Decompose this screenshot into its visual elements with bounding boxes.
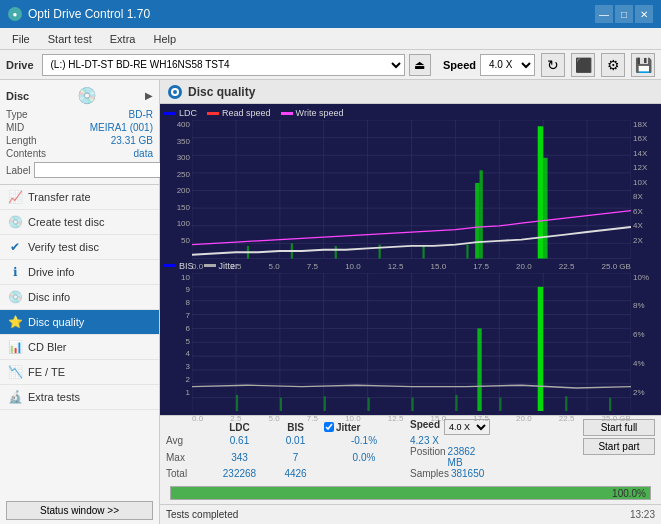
speed-select[interactable]: 4.0 X 2.0 X 8.0 X bbox=[480, 54, 535, 76]
svg-point-1 bbox=[173, 90, 177, 94]
menu-help[interactable]: Help bbox=[145, 31, 184, 47]
avg-ldc: 0.61 bbox=[212, 435, 267, 446]
disc-contents-field: Contents data bbox=[6, 148, 153, 159]
drive-info-icon: ℹ bbox=[8, 265, 22, 279]
disc-mid-field: MID MEIRA1 (001) bbox=[6, 122, 153, 133]
disc-label-row: Label 🔍 bbox=[6, 162, 153, 178]
write-speed-legend: Write speed bbox=[281, 108, 344, 118]
progress-bar-fill bbox=[171, 487, 650, 499]
status-window-button[interactable]: Status window >> bbox=[6, 501, 153, 520]
max-ldc: 343 bbox=[212, 452, 267, 463]
progress-bar: 100.0% bbox=[170, 486, 651, 500]
svg-rect-25 bbox=[475, 183, 479, 259]
bottom-chart: 10 9 8 7 6 5 4 3 2 1 bbox=[164, 273, 657, 412]
svg-rect-29 bbox=[335, 246, 337, 259]
stats-bar: LDC BIS Jitter Speed 4.0 X bbox=[160, 415, 661, 482]
stats-avg-row: Avg 0.61 0.01 -0.1% 4.23 X bbox=[166, 435, 579, 446]
menu-start-test[interactable]: Start test bbox=[40, 31, 100, 47]
bottom-y-axis-right: 10% 8% 6% 4% 2% bbox=[631, 273, 657, 412]
cd-bler-icon: 📊 bbox=[8, 340, 22, 354]
max-bis: 7 bbox=[273, 452, 318, 463]
disc-label-input[interactable] bbox=[34, 162, 167, 178]
minimize-button[interactable]: — bbox=[595, 5, 613, 23]
sidebar: Disc 💿 ▶ Type BD-R MID MEIRA1 (001) Leng… bbox=[0, 80, 160, 524]
save-button[interactable]: 💾 bbox=[631, 53, 655, 77]
nav-disc-quality-label: Disc quality bbox=[28, 316, 84, 328]
bottom-chart-legend: BIS Jitter bbox=[164, 261, 657, 271]
bis-legend: BIS bbox=[164, 261, 194, 271]
eject-button[interactable]: ⏏ bbox=[409, 54, 431, 76]
stats-max-row: Max 343 7 0.0% Position 23862 MB bbox=[166, 446, 579, 468]
app-icon: ● bbox=[8, 7, 22, 21]
stop-button[interactable]: ⬛ bbox=[571, 53, 595, 77]
top-y-axis-left: 400 350 300 250 200 150 100 50 bbox=[164, 120, 192, 259]
nav-items: 📈 Transfer rate 💿 Create test disc ✔ Ver… bbox=[0, 185, 159, 497]
verify-test-disc-icon: ✔ bbox=[8, 240, 22, 254]
nav-create-test-disc[interactable]: 💿 Create test disc bbox=[0, 210, 159, 235]
start-part-button[interactable]: Start part bbox=[583, 438, 655, 455]
jitter-checkbox[interactable] bbox=[324, 422, 334, 432]
top-y-axis-right: 18X 16X 14X 12X 10X 8X 6X 4X 2X bbox=[631, 120, 657, 259]
menu-file[interactable]: File bbox=[4, 31, 38, 47]
top-chart-container: LDC Read speed Write speed 400 bbox=[164, 108, 657, 259]
bottom-x-axis: 0.0 2.5 5.0 7.5 10.0 12.5 15.0 17.5 20.0… bbox=[192, 414, 631, 423]
status-text: Tests completed bbox=[166, 509, 238, 520]
nav-disc-info-label: Disc info bbox=[28, 291, 70, 303]
svg-rect-60 bbox=[324, 396, 326, 411]
settings-button[interactable]: ⚙ bbox=[601, 53, 625, 77]
read-speed-legend: Read speed bbox=[207, 108, 271, 118]
fe-te-icon: 📉 bbox=[8, 365, 22, 379]
nav-cd-bler[interactable]: 📊 CD Bler bbox=[0, 335, 159, 360]
read-speed-legend-label: Read speed bbox=[222, 108, 271, 118]
nav-disc-info[interactable]: 💿 Disc info bbox=[0, 285, 159, 310]
nav-create-test-disc-label: Create test disc bbox=[28, 216, 104, 228]
jitter-legend-label: Jitter bbox=[219, 261, 239, 271]
refresh-button[interactable]: ↻ bbox=[541, 53, 565, 77]
nav-verify-test-disc-label: Verify test disc bbox=[28, 241, 99, 253]
read-speed-legend-color bbox=[207, 112, 219, 115]
transfer-rate-icon: 📈 bbox=[8, 190, 22, 204]
menu-extra[interactable]: Extra bbox=[102, 31, 144, 47]
titlebar: ● Opti Drive Control 1.70 — □ ✕ bbox=[0, 0, 661, 28]
maximize-button[interactable]: □ bbox=[615, 5, 633, 23]
jitter-legend-color bbox=[204, 264, 216, 267]
disc-length-field: Length 23.31 GB bbox=[6, 135, 153, 146]
nav-disc-quality[interactable]: ⭐ Disc quality bbox=[0, 310, 159, 335]
jitter-col-header: Jitter bbox=[336, 422, 360, 433]
top-chart-svg bbox=[192, 120, 631, 259]
disc-panel: Disc 💿 ▶ Type BD-R MID MEIRA1 (001) Leng… bbox=[0, 80, 159, 185]
disc-mid-value: MEIRA1 (001) bbox=[90, 122, 153, 133]
drive-select[interactable]: (L:) HL-DT-ST BD-RE WH16NS58 TST4 bbox=[42, 54, 405, 76]
nav-fe-te[interactable]: 📉 FE / TE bbox=[0, 360, 159, 385]
svg-rect-32 bbox=[466, 245, 468, 259]
write-speed-legend-color bbox=[281, 112, 293, 115]
bottom-chart-inner: 0.0 2.5 5.0 7.5 10.0 12.5 15.0 17.5 20.0… bbox=[192, 273, 631, 412]
samples-label: Samples bbox=[410, 468, 449, 479]
close-button[interactable]: ✕ bbox=[635, 5, 653, 23]
nav-drive-info[interactable]: ℹ Drive info bbox=[0, 260, 159, 285]
ldc-legend-color bbox=[164, 112, 176, 115]
disc-type-field: Type BD-R bbox=[6, 109, 153, 120]
progress-container: 100.0% bbox=[160, 482, 661, 504]
disc-quality-icon: ⭐ bbox=[8, 315, 22, 329]
nav-transfer-rate[interactable]: 📈 Transfer rate bbox=[0, 185, 159, 210]
main-content: Disc 💿 ▶ Type BD-R MID MEIRA1 (001) Leng… bbox=[0, 80, 661, 524]
svg-rect-63 bbox=[455, 394, 457, 411]
nav-verify-test-disc[interactable]: ✔ Verify test disc bbox=[0, 235, 159, 260]
avg-bis: 0.01 bbox=[273, 435, 318, 446]
svg-rect-58 bbox=[236, 394, 238, 411]
content-icon bbox=[168, 85, 182, 99]
svg-rect-64 bbox=[499, 397, 501, 411]
nav-cd-bler-label: CD Bler bbox=[28, 341, 67, 353]
disc-icon: 💿 bbox=[77, 86, 97, 105]
top-chart-legend: LDC Read speed Write speed bbox=[164, 108, 657, 118]
bis-legend-color bbox=[164, 264, 176, 267]
svg-rect-24 bbox=[543, 158, 547, 259]
bis-col-header: BIS bbox=[273, 422, 318, 433]
bis-legend-label: BIS bbox=[179, 261, 194, 271]
position-label: Position bbox=[410, 446, 446, 468]
stats-total-row: Total 232268 4426 Samples 381650 bbox=[166, 468, 579, 479]
nav-extra-tests[interactable]: 🔬 Extra tests bbox=[0, 385, 159, 410]
nav-extra-tests-label: Extra tests bbox=[28, 391, 80, 403]
max-jitter: 0.0% bbox=[324, 452, 404, 463]
